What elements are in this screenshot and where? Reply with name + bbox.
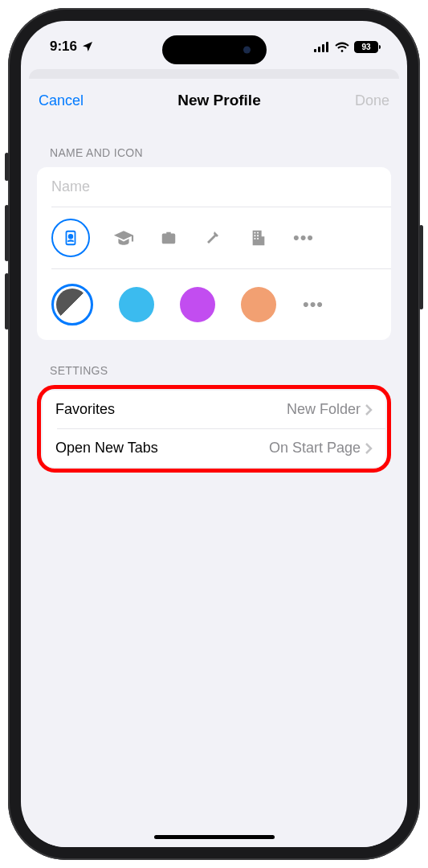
briefcase-icon[interactable] [157, 229, 180, 247]
wifi-icon [335, 42, 349, 52]
location-icon [81, 40, 94, 53]
profile-name-input[interactable] [37, 167, 391, 207]
cancel-button[interactable]: Cancel [39, 92, 84, 109]
page-title: New Profile [177, 92, 260, 109]
color-picker-row: ••• [37, 269, 391, 340]
profile-card-icon[interactable] [51, 219, 90, 257]
svg-rect-2 [322, 44, 324, 52]
name-icon-card: ••• ••• [37, 167, 391, 340]
color-option-blue[interactable] [119, 287, 154, 322]
icon-picker-row: ••• [37, 207, 391, 268]
open-new-tabs-value: On Start Page [269, 440, 361, 457]
battery-icon: 93 [354, 41, 378, 53]
building-icon[interactable] [247, 228, 270, 248]
svg-rect-0 [314, 49, 316, 52]
open-new-tabs-label: Open New Tabs [55, 440, 158, 457]
done-button[interactable]: Done [355, 92, 389, 109]
color-option-default[interactable] [51, 284, 93, 326]
favorites-row[interactable]: Favorites New Folder [43, 391, 385, 428]
chevron-right-icon [365, 443, 373, 454]
home-indicator[interactable] [154, 835, 275, 839]
navigation-bar: Cancel New Profile Done [24, 79, 404, 122]
more-icons-button[interactable]: ••• [292, 227, 315, 248]
more-colors-button[interactable]: ••• [302, 294, 324, 315]
svg-rect-1 [318, 47, 320, 52]
chevron-right-icon [365, 404, 373, 416]
color-option-purple[interactable] [180, 287, 215, 322]
status-time: 9:16 [50, 39, 77, 55]
section-header-name-icon: NAME AND ICON [24, 122, 404, 167]
color-option-orange[interactable] [241, 287, 276, 322]
svg-rect-3 [326, 42, 328, 52]
background-sheet [29, 69, 399, 79]
section-header-settings: SETTINGS [24, 340, 404, 385]
cellular-icon [314, 42, 330, 52]
svg-point-5 [69, 235, 73, 239]
open-new-tabs-row[interactable]: Open New Tabs On Start Page [43, 429, 385, 467]
settings-card-highlighted: Favorites New Folder Open New Tabs On St… [37, 385, 391, 473]
favorites-label: Favorites [55, 401, 115, 418]
favorites-value: New Folder [287, 401, 361, 418]
graduation-cap-icon[interactable] [112, 229, 135, 247]
dynamic-island [162, 35, 267, 64]
hammer-icon[interactable] [202, 228, 225, 248]
